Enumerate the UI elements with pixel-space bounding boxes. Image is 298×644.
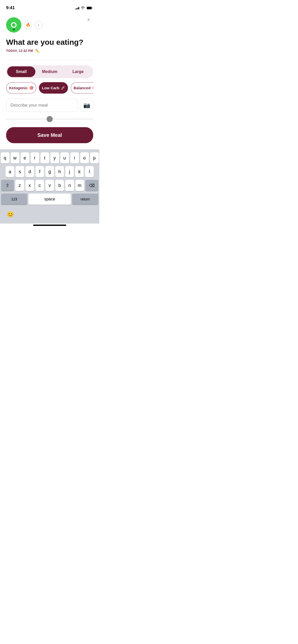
edit-icon[interactable]: ✏️ <box>35 49 39 53</box>
meal-description-input[interactable] <box>6 99 77 112</box>
key-u[interactable]: u <box>60 152 69 164</box>
diet-balanced-button[interactable]: Balanced 🎯 <box>71 82 93 94</box>
ketogenic-icon: 🎯 <box>29 86 33 90</box>
diet-lowcarb-button[interactable]: Low Carb 🚀 <box>39 82 68 94</box>
key-m[interactable]: m <box>75 180 84 191</box>
close-button[interactable]: × <box>84 15 93 24</box>
status-time: 9:41 <box>6 5 15 10</box>
key-v[interactable]: v <box>45 180 54 191</box>
numbers-key[interactable]: 123 <box>1 194 27 205</box>
key-p[interactable]: p <box>90 152 99 164</box>
key-z[interactable]: z <box>15 180 24 191</box>
date-label: TODAY, 12:42 PM <box>6 49 33 53</box>
slider-thumb[interactable] <box>47 116 53 122</box>
key-a[interactable]: a <box>6 166 14 177</box>
wifi-icon <box>81 6 85 9</box>
size-small-button[interactable]: Small <box>7 66 35 77</box>
size-selector: Small Medium Large <box>6 65 93 78</box>
divider <box>6 60 93 60</box>
key-d[interactable]: d <box>25 166 34 177</box>
shift-key[interactable]: ⇧ <box>1 180 14 191</box>
key-t[interactable]: t <box>40 152 49 164</box>
delete-key[interactable]: ⌫ <box>85 180 98 191</box>
slider-row[interactable] <box>6 116 93 122</box>
diet-ketogenic-button[interactable]: Ketogenic 🎯 <box>6 82 36 94</box>
key-w[interactable]: w <box>11 152 19 164</box>
fire-badge[interactable]: 🔥 <box>24 21 32 29</box>
key-j[interactable]: j <box>65 166 74 177</box>
key-e[interactable]: e <box>21 152 29 164</box>
emoji-key[interactable]: 😊 <box>5 209 15 219</box>
save-meal-button[interactable]: Save Meal <box>6 127 93 143</box>
keyboard-row-2: a s d f g h j k l <box>1 166 98 177</box>
camera-icon: 📷 <box>83 102 90 109</box>
key-s[interactable]: s <box>16 166 24 177</box>
key-q[interactable]: q <box>1 152 9 164</box>
keyboard-row-1: q w e r t y u i o p <box>1 152 98 164</box>
space-key[interactable]: space <box>29 194 71 205</box>
status-icons <box>75 6 93 10</box>
meal-input-row: 📷 <box>6 99 93 112</box>
diet-selector: Ketogenic 🎯 Low Carb 🚀 Balanced 🎯 <box>6 82 93 94</box>
keyboard: q w e r t y u i o p a s d f g h j k l ⇧ … <box>0 149 99 224</box>
size-large-button[interactable]: Large <box>64 66 92 77</box>
key-x[interactable]: x <box>25 180 34 191</box>
size-medium-button[interactable]: Medium <box>35 66 64 77</box>
app-logo <box>6 17 21 33</box>
key-f[interactable]: f <box>35 166 44 177</box>
battery-icon <box>86 6 93 10</box>
keyboard-bottom: 😊 <box>1 207 98 224</box>
camera-button[interactable]: 📷 <box>80 99 93 112</box>
balanced-label: Balanced <box>74 86 91 90</box>
status-bar: 9:41 <box>0 0 99 12</box>
home-bar <box>33 225 66 226</box>
key-h[interactable]: h <box>55 166 64 177</box>
logo-row: 🔥 i <box>6 17 93 33</box>
key-y[interactable]: y <box>50 152 59 164</box>
key-i[interactable]: i <box>70 152 79 164</box>
key-c[interactable]: c <box>35 180 44 191</box>
page-heading: What are you eating? <box>6 38 93 47</box>
key-g[interactable]: g <box>45 166 54 177</box>
key-n[interactable]: n <box>65 180 74 191</box>
ketogenic-label: Ketogenic <box>9 86 28 90</box>
signal-icon <box>75 6 79 9</box>
main-content: 🔥 i What are you eating? TODAY, 12:42 PM… <box>0 12 99 149</box>
key-r[interactable]: r <box>31 152 39 164</box>
info-badge[interactable]: i <box>35 21 43 29</box>
fire-icon: 🔥 <box>26 23 31 27</box>
svg-rect-1 <box>87 7 92 9</box>
key-l[interactable]: l <box>85 166 94 177</box>
key-o[interactable]: o <box>80 152 89 164</box>
balanced-icon: 🎯 <box>92 86 93 90</box>
lowcarb-icon: 🚀 <box>61 86 65 90</box>
keyboard-row-3: ⇧ z x c v b n m ⌫ <box>1 180 98 191</box>
date-row: TODAY, 12:42 PM ✏️ <box>6 49 93 53</box>
info-icon: i <box>38 23 39 27</box>
lowcarb-label: Low Carb <box>42 86 59 90</box>
return-key[interactable]: return <box>72 194 98 205</box>
keyboard-row-4: 123 space return <box>1 194 98 205</box>
key-b[interactable]: b <box>55 180 64 191</box>
key-k[interactable]: k <box>75 166 84 177</box>
